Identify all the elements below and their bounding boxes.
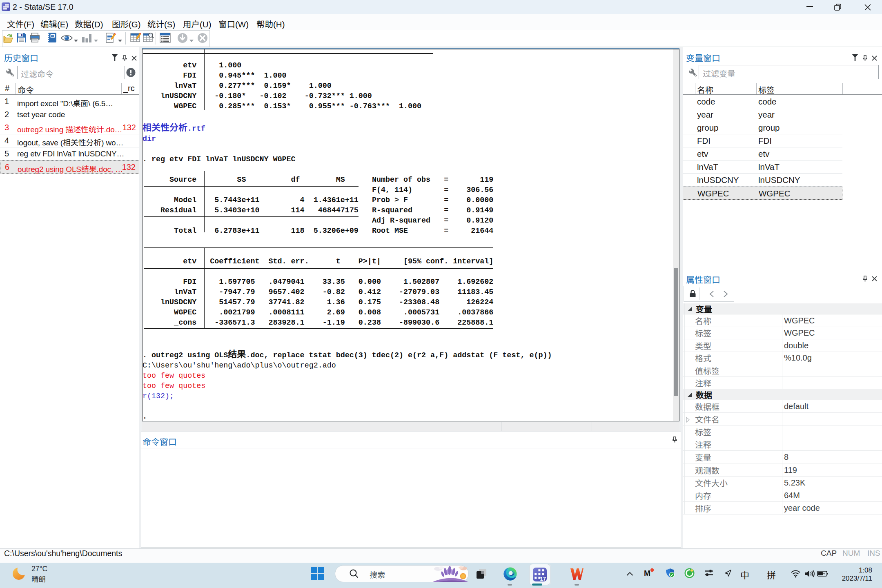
svg-text:i: i bbox=[649, 571, 650, 577]
svg-text:17: 17 bbox=[540, 576, 546, 582]
